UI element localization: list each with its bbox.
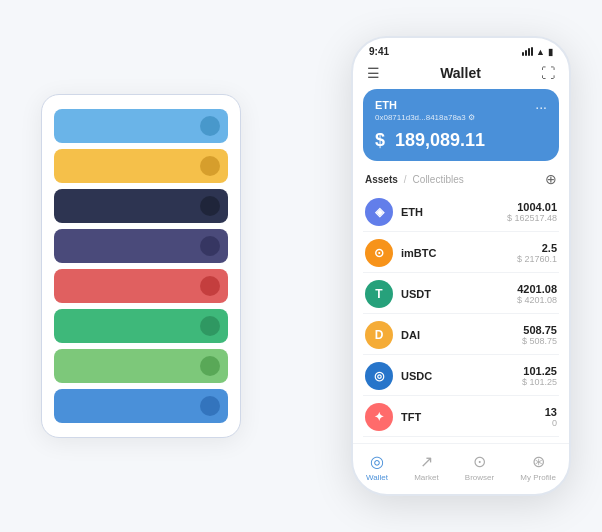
card-icon bbox=[200, 116, 220, 136]
eth-balance-value: 189,089.11 bbox=[395, 130, 485, 150]
asset-icon-tft: ✦ bbox=[365, 403, 393, 431]
page-title: Wallet bbox=[440, 65, 481, 81]
card-item[interactable] bbox=[54, 109, 228, 143]
asset-left: TUSDT bbox=[365, 280, 431, 308]
asset-right-usdt: 4201.08$ 4201.08 bbox=[517, 283, 557, 305]
phone-header: ☰ Wallet ⛶ bbox=[353, 61, 569, 89]
card-icon bbox=[200, 356, 220, 376]
asset-right-eth: 1004.01$ 162517.48 bbox=[507, 201, 557, 223]
asset-usd-tft: 0 bbox=[545, 418, 557, 428]
tab-assets[interactable]: Assets bbox=[365, 174, 398, 185]
asset-name-eth: ETH bbox=[401, 206, 423, 218]
asset-name-tft: TFT bbox=[401, 411, 421, 423]
asset-icon-usdt: T bbox=[365, 280, 393, 308]
nav-icon-profile: ⊛ bbox=[532, 452, 545, 471]
assets-tabs: Assets / Collectibles bbox=[365, 174, 464, 185]
battery-icon: ▮ bbox=[548, 47, 553, 57]
eth-card-balance: $ 189,089.11 bbox=[375, 130, 547, 151]
nav-item-profile[interactable]: ⊛My Profile bbox=[520, 452, 556, 482]
asset-row[interactable]: ◎USDC101.25$ 101.25 bbox=[363, 357, 559, 396]
asset-name-usdc: USDC bbox=[401, 370, 432, 382]
eth-card[interactable]: ··· ETH 0x08711d3d...8418a78a3 ⚙ $ 189,0… bbox=[363, 89, 559, 161]
asset-amount-usdt: 4201.08 bbox=[517, 283, 557, 295]
asset-right-usdc: 101.25$ 101.25 bbox=[522, 365, 557, 387]
nav-item-wallet[interactable]: ◎Wallet bbox=[366, 452, 388, 482]
status-bar: 9:41 ▲ ▮ bbox=[353, 38, 569, 61]
card-icon bbox=[200, 316, 220, 336]
card-item[interactable] bbox=[54, 149, 228, 183]
asset-left: DDAI bbox=[365, 321, 420, 349]
asset-name-dai: DAI bbox=[401, 329, 420, 341]
asset-left: ✦TFT bbox=[365, 403, 421, 431]
card-item[interactable] bbox=[54, 389, 228, 423]
asset-right-imbtc: 2.5$ 21760.1 bbox=[517, 242, 557, 264]
asset-right-tft: 130 bbox=[545, 406, 557, 428]
asset-amount-dai: 508.75 bbox=[522, 324, 557, 336]
nav-icon-market: ↗ bbox=[420, 452, 433, 471]
assets-header: Assets / Collectibles ⊕ bbox=[363, 171, 559, 187]
asset-left: ⊙imBTC bbox=[365, 239, 436, 267]
card-item[interactable] bbox=[54, 349, 228, 383]
asset-icon-dai: D bbox=[365, 321, 393, 349]
asset-row[interactable]: ⊙imBTC2.5$ 21760.1 bbox=[363, 234, 559, 273]
eth-currency: $ bbox=[375, 130, 385, 150]
card-item[interactable] bbox=[54, 309, 228, 343]
eth-card-title: ETH bbox=[375, 99, 547, 111]
asset-name-usdt: USDT bbox=[401, 288, 431, 300]
wifi-icon: ▲ bbox=[536, 47, 545, 57]
bottom-nav: ◎Wallet↗Market⊙Browser⊛My Profile bbox=[353, 443, 569, 494]
asset-row[interactable]: ✦TFT130 bbox=[363, 398, 559, 437]
asset-row[interactable]: DDAI508.75$ 508.75 bbox=[363, 316, 559, 355]
nav-label-market: Market bbox=[414, 473, 438, 482]
asset-icon-eth: ◈ bbox=[365, 198, 393, 226]
asset-usd-imbtc: $ 21760.1 bbox=[517, 254, 557, 264]
asset-right-dai: 508.75$ 508.75 bbox=[522, 324, 557, 346]
expand-icon[interactable]: ⛶ bbox=[541, 65, 555, 81]
add-asset-button[interactable]: ⊕ bbox=[545, 171, 557, 187]
nav-icon-browser: ⊙ bbox=[473, 452, 486, 471]
nav-item-market[interactable]: ↗Market bbox=[414, 452, 438, 482]
card-item[interactable] bbox=[54, 269, 228, 303]
asset-amount-usdc: 101.25 bbox=[522, 365, 557, 377]
asset-left: ◈ETH bbox=[365, 198, 423, 226]
asset-usd-dai: $ 508.75 bbox=[522, 336, 557, 346]
asset-amount-tft: 13 bbox=[545, 406, 557, 418]
card-item[interactable] bbox=[54, 189, 228, 223]
card-icon bbox=[200, 236, 220, 256]
phone-content: ··· ETH 0x08711d3d...8418a78a3 ⚙ $ 189,0… bbox=[353, 89, 569, 439]
asset-name-imbtc: imBTC bbox=[401, 247, 436, 259]
eth-card-address: 0x08711d3d...8418a78a3 ⚙ bbox=[375, 113, 547, 122]
status-icons: ▲ ▮ bbox=[522, 47, 553, 57]
card-icon bbox=[200, 276, 220, 296]
nav-item-browser[interactable]: ⊙Browser bbox=[465, 452, 494, 482]
scene: 9:41 ▲ ▮ ☰ Wallet ⛶ ··· ETH bbox=[21, 21, 581, 511]
asset-usd-eth: $ 162517.48 bbox=[507, 213, 557, 223]
card-stack bbox=[41, 94, 241, 438]
asset-icon-usdc: ◎ bbox=[365, 362, 393, 390]
nav-label-browser: Browser bbox=[465, 473, 494, 482]
asset-row[interactable]: TUSDT4201.08$ 4201.08 bbox=[363, 275, 559, 314]
tab-divider: / bbox=[404, 174, 407, 185]
asset-left: ◎USDC bbox=[365, 362, 432, 390]
nav-label-profile: My Profile bbox=[520, 473, 556, 482]
phone: 9:41 ▲ ▮ ☰ Wallet ⛶ ··· ETH bbox=[351, 36, 571, 496]
signal-icon bbox=[522, 47, 533, 56]
asset-row[interactable]: ◈ETH1004.01$ 162517.48 bbox=[363, 193, 559, 232]
time: 9:41 bbox=[369, 46, 389, 57]
tab-collectibles[interactable]: Collectibles bbox=[413, 174, 464, 185]
menu-icon[interactable]: ☰ bbox=[367, 65, 380, 81]
nav-label-wallet: Wallet bbox=[366, 473, 388, 482]
asset-amount-eth: 1004.01 bbox=[507, 201, 557, 213]
asset-amount-imbtc: 2.5 bbox=[517, 242, 557, 254]
asset-icon-imbtc: ⊙ bbox=[365, 239, 393, 267]
card-item[interactable] bbox=[54, 229, 228, 263]
asset-usd-usdt: $ 4201.08 bbox=[517, 295, 557, 305]
asset-usd-usdc: $ 101.25 bbox=[522, 377, 557, 387]
card-icon bbox=[200, 396, 220, 416]
nav-icon-wallet: ◎ bbox=[370, 452, 384, 471]
asset-list: ◈ETH1004.01$ 162517.48⊙imBTC2.5$ 21760.1… bbox=[363, 193, 559, 437]
card-icon bbox=[200, 196, 220, 216]
card-icon bbox=[200, 156, 220, 176]
